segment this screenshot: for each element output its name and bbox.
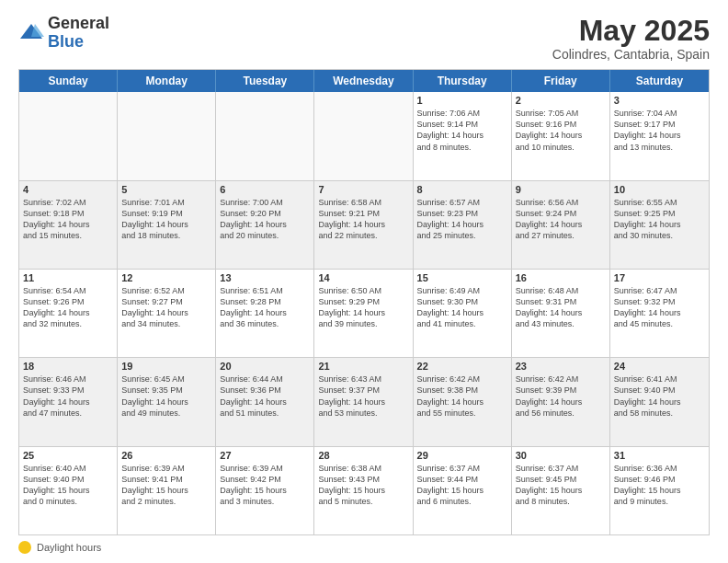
cell-info: Sunrise: 6:46 AM Sunset: 9:33 PM Dayligh… <box>23 373 113 419</box>
cal-cell: 18Sunrise: 6:46 AM Sunset: 9:33 PM Dayli… <box>19 358 118 445</box>
cal-cell <box>216 92 314 179</box>
cell-info: Sunrise: 6:42 AM Sunset: 9:38 PM Dayligh… <box>417 373 507 419</box>
cal-cell: 30Sunrise: 6:37 AM Sunset: 9:45 PM Dayli… <box>512 447 610 534</box>
day-number: 6 <box>220 184 310 195</box>
calendar: Sunday Monday Tuesday Wednesday Thursday… <box>18 69 710 535</box>
cell-info: Sunrise: 6:39 AM Sunset: 9:41 PM Dayligh… <box>121 463 211 508</box>
cal-row-3: 11Sunrise: 6:54 AM Sunset: 9:26 PM Dayli… <box>19 269 709 357</box>
cal-row-4: 18Sunrise: 6:46 AM Sunset: 9:33 PM Dayli… <box>19 357 709 445</box>
cell-info: Sunrise: 6:51 AM Sunset: 9:28 PM Dayligh… <box>220 285 310 330</box>
cell-info: Sunrise: 7:06 AM Sunset: 9:14 PM Dayligh… <box>417 108 507 153</box>
cal-cell: 23Sunrise: 6:42 AM Sunset: 9:39 PM Dayli… <box>512 358 610 445</box>
cal-cell: 29Sunrise: 6:37 AM Sunset: 9:44 PM Dayli… <box>414 447 512 534</box>
logo-general: General <box>48 15 109 33</box>
cal-cell: 4Sunrise: 7:02 AM Sunset: 9:18 PM Daylig… <box>19 181 118 269</box>
cal-cell: 13Sunrise: 6:51 AM Sunset: 9:28 PM Dayli… <box>216 270 314 357</box>
day-number: 10 <box>614 184 705 195</box>
cal-cell: 1Sunrise: 7:06 AM Sunset: 9:14 PM Daylig… <box>414 92 512 179</box>
header-saturday: Saturday <box>610 70 709 92</box>
header-friday: Friday <box>512 70 610 92</box>
header-monday: Monday <box>118 70 216 92</box>
day-number: 31 <box>614 450 705 461</box>
day-number: 18 <box>23 361 113 372</box>
day-number: 28 <box>318 450 408 461</box>
day-number: 23 <box>516 361 606 372</box>
header-thursday: Thursday <box>414 70 512 92</box>
day-number: 15 <box>417 272 507 283</box>
cal-cell: 17Sunrise: 6:47 AM Sunset: 9:32 PM Dayli… <box>610 270 709 357</box>
cell-info: Sunrise: 6:36 AM Sunset: 9:46 PM Dayligh… <box>614 463 705 508</box>
day-number: 17 <box>614 272 705 283</box>
logo-blue: Blue <box>48 33 109 52</box>
day-number: 16 <box>516 272 606 283</box>
cal-cell: 26Sunrise: 6:39 AM Sunset: 9:41 PM Dayli… <box>118 447 216 534</box>
day-number: 14 <box>318 272 408 283</box>
cal-cell: 28Sunrise: 6:38 AM Sunset: 9:43 PM Dayli… <box>314 447 413 534</box>
daylight-icon <box>18 541 31 554</box>
cal-row-2: 4Sunrise: 7:02 AM Sunset: 9:18 PM Daylig… <box>19 180 709 269</box>
logo: General Blue <box>18 15 109 52</box>
day-number: 24 <box>614 361 705 372</box>
cell-info: Sunrise: 6:54 AM Sunset: 9:26 PM Dayligh… <box>23 285 113 330</box>
cell-info: Sunrise: 6:45 AM Sunset: 9:35 PM Dayligh… <box>121 373 211 419</box>
month-title: May 2025 <box>552 15 710 47</box>
cal-cell: 6Sunrise: 7:00 AM Sunset: 9:20 PM Daylig… <box>216 181 314 269</box>
cal-cell: 8Sunrise: 6:57 AM Sunset: 9:23 PM Daylig… <box>414 181 512 269</box>
cal-cell: 22Sunrise: 6:42 AM Sunset: 9:38 PM Dayli… <box>414 358 512 445</box>
cal-cell: 15Sunrise: 6:49 AM Sunset: 9:30 PM Dayli… <box>414 270 512 357</box>
day-number: 11 <box>23 272 113 283</box>
header-tuesday: Tuesday <box>216 70 314 92</box>
cal-cell: 9Sunrise: 6:56 AM Sunset: 9:24 PM Daylig… <box>512 181 610 269</box>
cal-row-5: 25Sunrise: 6:40 AM Sunset: 9:40 PM Dayli… <box>19 446 709 534</box>
cal-cell: 20Sunrise: 6:44 AM Sunset: 9:36 PM Dayli… <box>216 358 314 445</box>
cal-cell: 25Sunrise: 6:40 AM Sunset: 9:40 PM Dayli… <box>19 447 118 534</box>
logo-text: General Blue <box>48 15 109 52</box>
cell-info: Sunrise: 6:58 AM Sunset: 9:21 PM Dayligh… <box>318 197 408 242</box>
day-number: 7 <box>318 184 408 195</box>
cell-info: Sunrise: 6:56 AM Sunset: 9:24 PM Dayligh… <box>516 197 606 242</box>
cell-info: Sunrise: 7:01 AM Sunset: 9:19 PM Dayligh… <box>121 197 211 242</box>
cell-info: Sunrise: 6:57 AM Sunset: 9:23 PM Dayligh… <box>417 197 507 242</box>
cal-cell <box>19 92 118 179</box>
day-number: 27 <box>220 450 310 461</box>
cal-cell: 27Sunrise: 6:39 AM Sunset: 9:42 PM Dayli… <box>216 447 314 534</box>
cal-cell: 14Sunrise: 6:50 AM Sunset: 9:29 PM Dayli… <box>314 270 413 357</box>
day-number: 4 <box>23 184 113 195</box>
cal-cell <box>118 92 216 179</box>
calendar-header: Sunday Monday Tuesday Wednesday Thursday… <box>19 70 709 92</box>
calendar-body: 1Sunrise: 7:06 AM Sunset: 9:14 PM Daylig… <box>19 92 709 534</box>
cal-cell: 16Sunrise: 6:48 AM Sunset: 9:31 PM Dayli… <box>512 270 610 357</box>
cal-row-1: 1Sunrise: 7:06 AM Sunset: 9:14 PM Daylig… <box>19 92 709 179</box>
day-number: 3 <box>614 95 705 106</box>
cal-cell: 31Sunrise: 6:36 AM Sunset: 9:46 PM Dayli… <box>610 447 709 534</box>
cell-info: Sunrise: 6:43 AM Sunset: 9:37 PM Dayligh… <box>318 373 408 419</box>
cell-info: Sunrise: 6:49 AM Sunset: 9:30 PM Dayligh… <box>417 285 507 330</box>
cal-cell: 2Sunrise: 7:05 AM Sunset: 9:16 PM Daylig… <box>512 92 610 179</box>
cal-cell: 10Sunrise: 6:55 AM Sunset: 9:25 PM Dayli… <box>610 181 709 269</box>
day-number: 25 <box>23 450 113 461</box>
logo-icon <box>18 20 44 46</box>
cell-info: Sunrise: 6:38 AM Sunset: 9:43 PM Dayligh… <box>318 463 408 508</box>
day-number: 2 <box>516 95 606 106</box>
day-number: 8 <box>417 184 507 195</box>
day-number: 19 <box>121 361 211 372</box>
day-number: 5 <box>121 184 211 195</box>
header-wednesday: Wednesday <box>314 70 413 92</box>
cal-cell: 19Sunrise: 6:45 AM Sunset: 9:35 PM Dayli… <box>118 358 216 445</box>
location-subtitle: Colindres, Cantabria, Spain <box>552 47 710 62</box>
cell-info: Sunrise: 7:00 AM Sunset: 9:20 PM Dayligh… <box>220 197 310 242</box>
cal-cell: 3Sunrise: 7:04 AM Sunset: 9:17 PM Daylig… <box>610 92 709 179</box>
header-sunday: Sunday <box>19 70 118 92</box>
cal-cell: 21Sunrise: 6:43 AM Sunset: 9:37 PM Dayli… <box>314 358 413 445</box>
day-number: 26 <box>121 450 211 461</box>
day-number: 13 <box>220 272 310 283</box>
cell-info: Sunrise: 6:39 AM Sunset: 9:42 PM Dayligh… <box>220 463 310 508</box>
header: General Blue May 2025 Colindres, Cantabr… <box>18 15 710 62</box>
cell-info: Sunrise: 7:05 AM Sunset: 9:16 PM Dayligh… <box>516 108 606 153</box>
cell-info: Sunrise: 6:42 AM Sunset: 9:39 PM Dayligh… <box>516 373 606 419</box>
cell-info: Sunrise: 6:47 AM Sunset: 9:32 PM Dayligh… <box>614 285 705 330</box>
day-number: 20 <box>220 361 310 372</box>
cal-cell: 7Sunrise: 6:58 AM Sunset: 9:21 PM Daylig… <box>314 181 413 269</box>
cell-info: Sunrise: 6:55 AM Sunset: 9:25 PM Dayligh… <box>614 197 705 242</box>
cell-info: Sunrise: 6:52 AM Sunset: 9:27 PM Dayligh… <box>121 285 211 330</box>
